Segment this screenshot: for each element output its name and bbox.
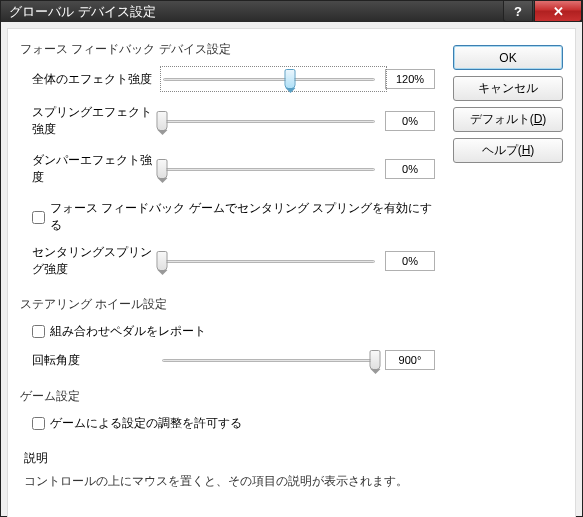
rotation-row: 回転角度 900° — [32, 350, 441, 370]
centering-spring-label: センタリングスプリング強度 — [32, 244, 162, 278]
game-section: ゲーム設定 ゲームによる設定の調整を許可する — [20, 388, 441, 432]
dialog-window: グローバル デバイス設定 ? ✕ フォース フィードバック デバイス設定 全体の… — [0, 0, 583, 517]
centering-enable-row: フォース フィードバック ゲームでセンタリング スプリングを有効にする — [32, 200, 441, 234]
spring-effect-row: スプリングエフェクト強度 0% — [32, 104, 441, 138]
game-section-title: ゲーム設定 — [20, 388, 441, 405]
overall-effect-slider[interactable] — [163, 69, 375, 89]
game-allow-row: ゲームによる設定の調整を許可する — [32, 415, 441, 432]
combined-pedals-label: 組み合わせペダルをレポート — [50, 323, 206, 340]
window-title: グローバル デバイス設定 — [9, 3, 502, 21]
button-panel: OK キャンセル デフォルト(D) ヘルプ(H) — [453, 41, 563, 508]
help-section: 説明 コントロールの上にマウスを置くと、その項目の説明が表示されます。 — [20, 450, 441, 490]
titlebar[interactable]: グローバル デバイス設定 ? ✕ — [1, 1, 582, 22]
damper-effect-value: 0% — [385, 159, 435, 179]
spring-effect-value: 0% — [385, 111, 435, 131]
wheel-section: ステアリング ホイール設定 組み合わせペダルをレポート 回転角度 900° — [20, 296, 441, 370]
overall-effect-label: 全体のエフェクト強度 — [32, 71, 162, 88]
combined-pedals-row: 組み合わせペダルをレポート — [32, 323, 441, 340]
centering-spring-row: センタリングスプリング強度 0% — [32, 244, 441, 278]
defaults-button[interactable]: デフォルト(D) — [453, 107, 563, 132]
damper-effect-slider[interactable] — [162, 159, 375, 179]
centering-spring-slider[interactable] — [162, 251, 375, 271]
ffb-section-title: フォース フィードバック デバイス設定 — [20, 41, 441, 58]
titlebar-close-button[interactable]: ✕ — [534, 1, 582, 22]
combined-pedals-checkbox[interactable] — [32, 325, 45, 338]
centering-enable-checkbox[interactable] — [32, 211, 45, 224]
spring-effect-label: スプリングエフェクト強度 — [32, 104, 162, 138]
game-allow-label: ゲームによる設定の調整を許可する — [50, 415, 242, 432]
ok-button[interactable]: OK — [453, 45, 563, 70]
rotation-value: 900° — [385, 350, 435, 370]
overall-effect-value: 120% — [385, 69, 435, 89]
ffb-section: フォース フィードバック デバイス設定 全体のエフェクト強度 120% スプリン… — [20, 41, 441, 278]
damper-effect-row: ダンパーエフェクト強度 0% — [32, 152, 441, 186]
dialog-body: フォース フィードバック デバイス設定 全体のエフェクト強度 120% スプリン… — [7, 28, 576, 517]
game-allow-checkbox[interactable] — [32, 417, 45, 430]
rotation-label: 回転角度 — [32, 352, 162, 369]
centering-enable-label: フォース フィードバック ゲームでセンタリング スプリングを有効にする — [50, 200, 441, 234]
cancel-button[interactable]: キャンセル — [453, 76, 563, 101]
damper-effect-label: ダンパーエフェクト強度 — [32, 152, 162, 186]
wheel-section-title: ステアリング ホイール設定 — [20, 296, 441, 313]
main-panel: フォース フィードバック デバイス設定 全体のエフェクト強度 120% スプリン… — [20, 41, 441, 508]
rotation-slider[interactable] — [162, 350, 375, 370]
overall-effect-row: 全体のエフェクト強度 120% — [32, 68, 441, 90]
spring-effect-slider[interactable] — [162, 111, 375, 131]
help-button[interactable]: ヘルプ(H) — [453, 138, 563, 163]
help-section-title: 説明 — [24, 450, 441, 467]
centering-spring-value: 0% — [385, 251, 435, 271]
help-text: コントロールの上にマウスを置くと、その項目の説明が表示されます。 — [24, 473, 441, 490]
titlebar-help-button[interactable]: ? — [503, 1, 533, 22]
